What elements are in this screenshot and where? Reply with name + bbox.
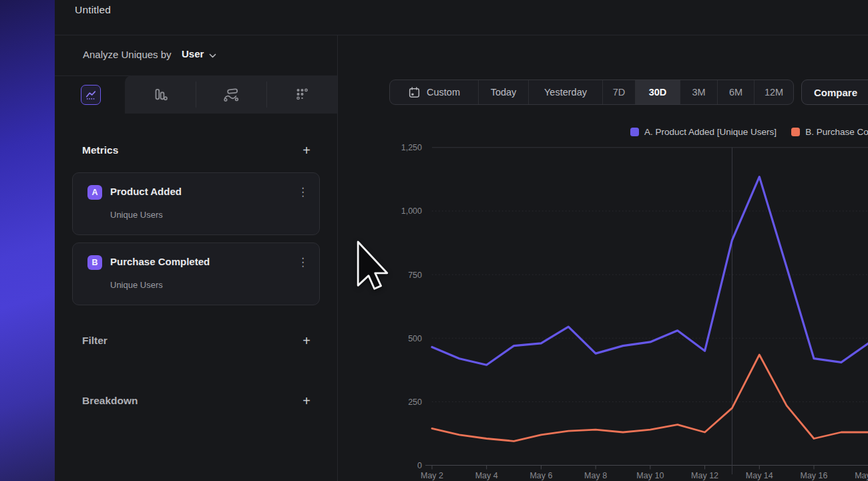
legend-label: A. Product Added [Unique Users]	[644, 127, 777, 137]
flow-icon	[222, 86, 240, 104]
app-header	[55, 0, 868, 35]
metric-subtitle[interactable]: Unique Users	[110, 210, 163, 220]
view-tabs-panel	[125, 75, 337, 114]
breakdown-header: Breakdown +	[82, 395, 310, 407]
metric-subtitle[interactable]: Unique Users	[110, 280, 163, 290]
add-breakdown-button[interactable]: +	[302, 395, 310, 407]
tab-bar-chart[interactable]	[125, 75, 196, 114]
breakdown-title: Breakdown	[82, 395, 138, 407]
analyze-row: Analyze Uniques by User	[55, 35, 337, 76]
analyze-by-dropdown[interactable]: User	[182, 48, 204, 59]
add-metric-button[interactable]: +	[302, 144, 310, 156]
kebab-menu-icon[interactable]: ⋮	[297, 185, 308, 199]
range-button-12m[interactable]: 12M	[754, 80, 793, 104]
gradient-strip	[0, 0, 55, 481]
legend-swatch-purple	[630, 128, 639, 136]
chevron-down-icon[interactable]	[209, 53, 216, 59]
range-button-6m[interactable]: 6M	[718, 80, 754, 104]
report-title[interactable]: Untitled	[75, 4, 111, 16]
tab-retention[interactable]	[266, 75, 337, 114]
legend-label: B. Purchase Completed [Unique Users]	[805, 127, 868, 137]
legend-swatch-orange	[791, 128, 800, 136]
metric-badge-b: B	[87, 255, 102, 270]
range-button-today[interactable]: Today	[479, 80, 529, 104]
sidebar: Analyze Uniques by User	[55, 35, 338, 481]
kebab-menu-icon[interactable]: ⋮	[297, 255, 308, 269]
analyze-label: Analyze Uniques by	[83, 49, 172, 60]
retention-grid-icon	[293, 86, 310, 104]
legend-item-b[interactable]: B. Purchase Completed [Unique Users]	[791, 127, 868, 137]
metric-badge-a: A	[87, 185, 102, 200]
range-button-3m[interactable]: 3M	[680, 80, 718, 104]
mouse-cursor	[357, 240, 389, 293]
legend-item-a[interactable]: A. Product Added [Unique Users]	[630, 127, 777, 137]
tab-flow[interactable]	[196, 75, 266, 114]
range-button-yesterday[interactable]: Yesterday	[529, 80, 603, 104]
metrics-title: Metrics	[82, 144, 118, 156]
line-chart-icon	[85, 89, 97, 101]
tab-line-chart-selected[interactable]	[81, 85, 101, 105]
calendar-icon	[408, 86, 421, 99]
metric-title: Product Added	[110, 186, 182, 197]
metric-title: Purchase Completed	[110, 256, 210, 267]
metric-card-b[interactable]: B Purchase Completed Unique Users ⋮	[72, 243, 320, 305]
range-button-30d[interactable]: 30D	[636, 80, 680, 104]
date-range-group: CustomTodayYesterday7D30D3M6M12M	[389, 79, 794, 105]
range-button-7d[interactable]: 7D	[603, 80, 636, 104]
add-filter-button[interactable]: +	[302, 335, 310, 347]
filter-title: Filter	[82, 335, 107, 347]
chart-legend: A. Product Added [Unique Users] B. Purch…	[630, 127, 868, 137]
metric-card-a[interactable]: A Product Added Unique Users ⋮	[72, 172, 320, 235]
compare-button[interactable]: Compare	[801, 79, 868, 105]
filter-header: Filter +	[82, 335, 310, 347]
bar-chart-icon	[152, 86, 169, 104]
range-button-custom[interactable]: Custom	[390, 80, 479, 104]
metrics-header: Metrics +	[82, 144, 310, 156]
view-tabs	[55, 75, 337, 114]
